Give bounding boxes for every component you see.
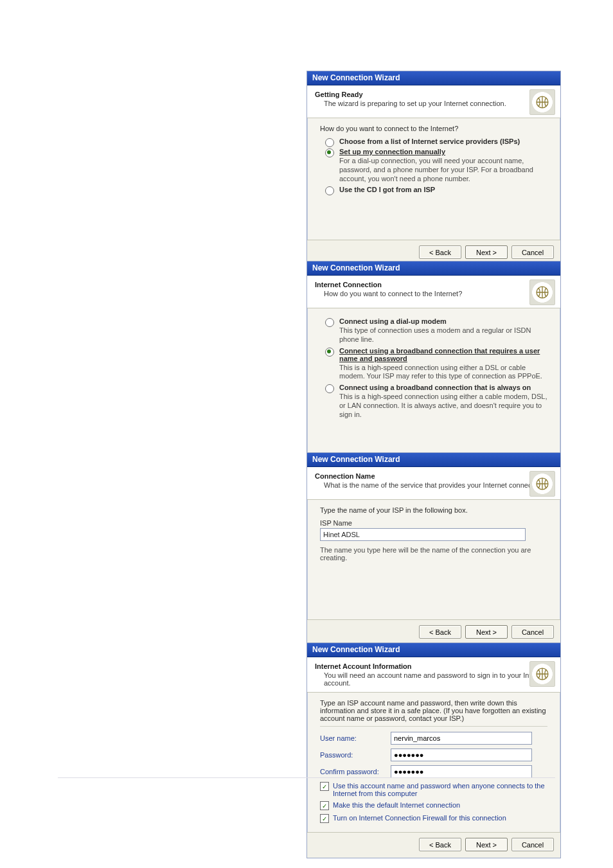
option-label: Connect using a broadband connection tha…	[339, 347, 540, 362]
wizard-body: Type the name of your ISP in the followi…	[307, 500, 560, 619]
isp-name-label: ISP Name	[320, 519, 547, 527]
option-dial-up[interactable]: Connect using a dial-up modem This type …	[325, 317, 547, 344]
option-label: Connect using a dial-up modem	[339, 317, 447, 325]
radio-icon	[325, 348, 334, 357]
back-button[interactable]: < Back	[419, 838, 461, 851]
wizard-header: Internet Account Information You will ne…	[307, 657, 560, 693]
wizard-body: Connect using a dial-up modem This type …	[307, 308, 560, 454]
header-title: Getting Ready	[315, 91, 554, 98]
wizard-step-connection-name: New Connection Wizard Connection Name Wh…	[306, 452, 561, 646]
option-broadband-credentials[interactable]: Connect using a broadband connection tha…	[325, 347, 547, 382]
window-title: New Connection Wizard	[307, 453, 560, 467]
wizard-body: How do you want to connect to the Intern…	[307, 118, 560, 240]
globe-wand-icon	[529, 661, 555, 687]
window-title: New Connection Wizard	[307, 71, 560, 85]
header-title: Internet Connection	[315, 281, 554, 288]
confirm-password-label: Confirm password:	[320, 768, 391, 775]
back-button[interactable]: < Back	[419, 245, 461, 259]
confirm-password-input[interactable]	[391, 765, 532, 778]
radio-icon	[325, 186, 334, 195]
option-label: Set up my connection manually	[339, 148, 445, 155]
header-subtitle: How do you want to connect to the Intern…	[324, 290, 554, 297]
connection-name-note: The name you type here will be the name …	[320, 546, 547, 562]
password-label: Password:	[320, 751, 391, 759]
radio-icon	[325, 138, 334, 147]
checkbox-firewall[interactable]: Turn on Internet Connection Firewall for…	[320, 814, 547, 823]
cancel-button[interactable]: Cancel	[511, 245, 554, 259]
option-label: Use the CD I got from an ISP	[339, 186, 435, 193]
option-choose-from-list[interactable]: Choose from a list of Internet service p…	[325, 137, 547, 145]
header-title: Connection Name	[315, 472, 554, 480]
wizard-footer: < Back Next > Cancel	[307, 619, 560, 645]
radio-icon	[325, 148, 334, 157]
checkbox-icon	[320, 814, 329, 823]
header-subtitle: You will need an account name and passwo…	[324, 671, 554, 687]
wizard-body: Type an ISP account name and password, t…	[307, 693, 560, 832]
radio-icon	[325, 384, 334, 393]
next-button[interactable]: Next >	[465, 625, 508, 639]
globe-wand-icon	[529, 471, 555, 497]
next-button[interactable]: Next >	[465, 838, 508, 851]
question: How do you want to connect to the Intern…	[320, 125, 547, 132]
checkbox-label: Turn on Internet Connection Firewall for…	[333, 814, 506, 822]
option-label: Choose from a list of Internet service p…	[339, 137, 520, 145]
option-description: This is a high-speed connection using ei…	[339, 393, 547, 419]
password-input[interactable]	[391, 748, 532, 761]
option-description: This type of connection uses a modem and…	[339, 326, 547, 344]
account-intro: Type an ISP account name and password, t…	[320, 699, 547, 727]
back-button[interactable]: < Back	[419, 625, 461, 639]
checkbox-icon	[320, 782, 329, 791]
wizard-step-getting-ready: New Connection Wizard Getting Ready The …	[306, 71, 561, 266]
radio-icon	[325, 318, 334, 327]
header-subtitle: What is the name of the service that pro…	[324, 481, 554, 489]
cancel-button[interactable]: Cancel	[511, 625, 554, 639]
next-button[interactable]: Next >	[465, 245, 508, 259]
wizard-header: Internet Connection How do you want to c…	[307, 276, 560, 308]
page-separator	[58, 777, 555, 778]
wizard-step-account-information: New Connection Wizard Internet Account I…	[306, 642, 561, 858]
prompt: Type the name of your ISP in the followi…	[320, 506, 547, 514]
checkbox-icon	[320, 801, 329, 810]
option-label: Connect using a broadband connection tha…	[339, 384, 531, 391]
window-title: New Connection Wizard	[307, 643, 560, 657]
username-label: User name:	[320, 734, 391, 742]
wizard-step-internet-connection: New Connection Wizard Internet Connectio…	[306, 261, 561, 480]
isp-name-input[interactable]	[320, 528, 526, 541]
option-set-up-manually[interactable]: Set up my connection manually For a dial…	[325, 148, 547, 183]
page: New Connection Wizard Getting Ready The …	[0, 0, 613, 868]
checkbox-label: Use this account name and password when …	[333, 782, 547, 797]
cancel-button[interactable]: Cancel	[511, 838, 554, 851]
wizard-header: Getting Ready The wizard is preparing to…	[307, 85, 560, 118]
checkbox-default-connection[interactable]: Make this the default Internet connectio…	[320, 801, 547, 810]
username-input[interactable]	[391, 732, 532, 745]
option-use-cd[interactable]: Use the CD I got from an ISP	[325, 186, 547, 193]
header-title: Internet Account Information	[315, 662, 554, 670]
wizard-footer: < Back Next > Cancel	[307, 832, 560, 858]
wizard-header: Connection Name What is the name of the …	[307, 467, 560, 500]
checkbox-anyone-uses[interactable]: Use this account name and password when …	[320, 782, 547, 797]
globe-wand-icon	[529, 89, 555, 115]
option-broadband-always-on[interactable]: Connect using a broadband connection tha…	[325, 384, 547, 419]
window-title: New Connection Wizard	[307, 261, 560, 276]
globe-wand-icon	[529, 279, 555, 305]
header-subtitle: The wizard is preparing to set up your I…	[324, 100, 554, 107]
option-description: This is a high-speed connection using ei…	[339, 364, 547, 382]
checkbox-label: Make this the default Internet connectio…	[333, 801, 460, 809]
option-description: For a dial-up connection, you will need …	[339, 157, 547, 183]
